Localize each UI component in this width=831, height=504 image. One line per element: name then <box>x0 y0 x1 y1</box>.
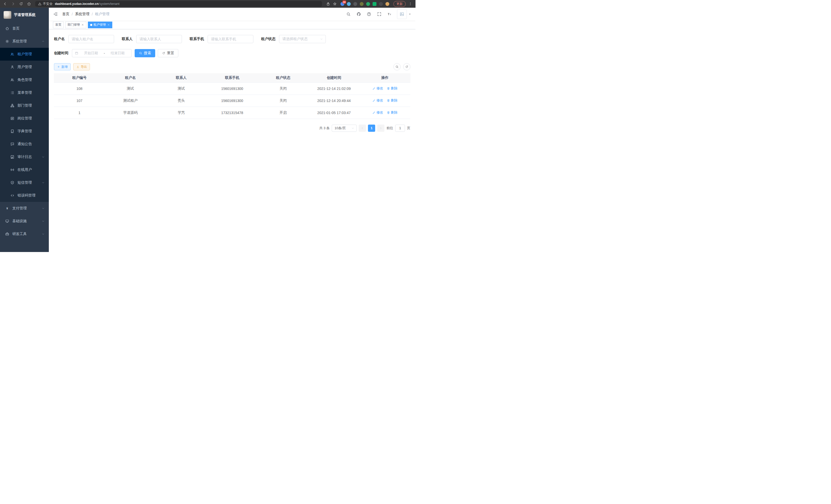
sidebar-item-user[interactable]: 用户管理 <box>0 61 49 73</box>
forward-icon[interactable] <box>11 2 15 6</box>
sidebar-item-dict[interactable]: 字典管理 <box>0 125 49 138</box>
toggle-search-button[interactable] <box>393 63 401 70</box>
delete-button[interactable]: 删除 <box>387 110 398 115</box>
tag-view-2[interactable]: 租户管理 <box>88 22 112 28</box>
page-button[interactable]: 1 <box>368 125 375 132</box>
close-icon[interactable] <box>81 23 84 26</box>
cell-actions: 修改删除 <box>360 83 410 94</box>
add-button[interactable]: 新增 <box>54 63 71 70</box>
prev-page-button[interactable] <box>359 125 366 132</box>
app-logo[interactable]: 芋道管理系统 <box>0 8 49 22</box>
extension-icon[interactable] <box>347 2 351 6</box>
sidebar-item-pay[interactable]: ¥支付管理 <box>0 202 49 215</box>
sidebar-item-dept[interactable]: 部门管理 <box>0 99 49 112</box>
edit-button[interactable]: 修改 <box>372 110 383 115</box>
browser-toolbar: 不安全 dashboard.yudao.iocoder.cn/system/te… <box>0 0 416 8</box>
extension-icon[interactable] <box>379 2 383 6</box>
extension-icon[interactable] <box>353 2 357 6</box>
edit-button[interactable]: 修改 <box>372 86 383 91</box>
cell-contact: 芋艿 <box>156 107 207 119</box>
refresh-icon <box>162 51 166 55</box>
contact-input-field[interactable] <box>137 35 182 43</box>
search-button[interactable]: 搜索 <box>135 49 155 57</box>
home-icon[interactable] <box>27 2 31 6</box>
mobile-input[interactable] <box>208 35 253 43</box>
tag-view-1[interactable]: 部门管理 <box>65 22 86 28</box>
create-time-range-picker[interactable]: 开始日期 - 结束日期 <box>72 49 132 57</box>
mobile-label: 联系手机 <box>190 37 204 41</box>
sidebar-item-notice[interactable]: 通知公告 <box>0 138 49 151</box>
close-icon[interactable] <box>107 23 110 26</box>
github-icon[interactable] <box>356 12 361 17</box>
sidebar-item-menu[interactable]: 菜单管理 <box>0 86 49 99</box>
fullscreen-icon[interactable] <box>377 12 381 17</box>
filter-create-time: 创建时间 开始日期 - 结束日期 <box>54 49 135 57</box>
sidebar-item-home[interactable]: 首页 <box>0 22 49 35</box>
sidebar-item-label: 基础设施 <box>12 219 27 224</box>
sidebar-item-label: 首页 <box>12 26 20 31</box>
export-button-label: 导出 <box>81 65 87 69</box>
breadcrumb-item[interactable]: 首页 <box>62 12 69 17</box>
extension-icon[interactable] <box>373 2 376 6</box>
update-button[interactable]: 更新 <box>393 1 406 7</box>
page-unit: 页 <box>407 126 410 130</box>
sidebar-item-sms[interactable]: 短信管理 <box>0 176 49 189</box>
delete-button[interactable]: 删除 <box>387 86 398 91</box>
extension-icon[interactable]: 10 <box>341 2 344 6</box>
tenant-status-select[interactable]: 请选择租户状态 <box>279 35 326 43</box>
contact-input[interactable] <box>136 35 182 43</box>
breadcrumb-item[interactable]: 系统管理 <box>75 12 89 17</box>
cell-mobile: 15601691300 <box>207 83 257 94</box>
extension-icon[interactable] <box>366 2 370 6</box>
status-placeholder: 请选择租户状态 <box>282 37 308 41</box>
reload-icon[interactable] <box>19 2 23 6</box>
home-icon <box>5 26 9 31</box>
export-button[interactable]: 导出 <box>73 63 90 70</box>
sidebar-item-role[interactable]: 角色管理 <box>0 73 49 86</box>
kebab-menu-icon[interactable] <box>408 2 412 6</box>
extension-icon[interactable] <box>385 2 389 6</box>
mobile-input-field[interactable] <box>208 35 253 43</box>
sidebar-item-audit-log[interactable]: 审计日志 <box>0 151 49 164</box>
sidebar-item-online-user[interactable]: 在线用户 <box>0 164 49 176</box>
tenant-table: 租户编号租户名联系人联系手机租户状态创建时间操作 108测试测试15601691… <box>54 73 410 119</box>
security-chip[interactable]: 不安全 <box>38 2 53 6</box>
sidebar-item-dev-tool[interactable]: 研发工具 <box>0 228 49 240</box>
search-icon[interactable] <box>346 12 351 17</box>
sidebar-item-error-code[interactable]: 错误码管理 <box>0 189 49 202</box>
hamburger-icon[interactable] <box>53 11 58 17</box>
reset-button[interactable]: 重置 <box>158 49 178 57</box>
refresh-table-button[interactable] <box>403 63 410 70</box>
edit-button[interactable]: 修改 <box>372 98 383 103</box>
question-icon[interactable] <box>367 12 371 17</box>
cell-id: 1 <box>54 107 105 119</box>
caret-down-icon <box>408 12 411 16</box>
sidebar-item-label: 岗位管理 <box>18 116 32 121</box>
bookmark-star-icon[interactable] <box>333 2 337 6</box>
sidebar-item-infra[interactable]: 基础设施 <box>0 215 49 228</box>
chevron-down-icon <box>41 233 45 236</box>
cell-created_at: 2021-12-14 20:49:44 <box>309 94 360 107</box>
sidebar-item-post[interactable]: 岗位管理 <box>0 112 49 125</box>
user-avatar[interactable] <box>397 9 411 19</box>
page-size-select[interactable]: 10条/页 <box>332 125 357 132</box>
tag-view-0[interactable]: 首页 <box>53 22 64 28</box>
font-size-icon[interactable]: TT <box>387 12 392 17</box>
goto-page-input[interactable] <box>395 125 405 132</box>
delete-button[interactable]: 删除 <box>387 98 398 103</box>
navbar-right: TT <box>346 9 411 19</box>
sidebar-item-label: 角色管理 <box>18 78 32 82</box>
sidebar-item-system[interactable]: 系统管理 <box>0 35 49 48</box>
users-icon <box>10 78 15 82</box>
next-page-button[interactable] <box>377 125 384 132</box>
search-icon <box>139 51 142 55</box>
extension-icon[interactable] <box>360 2 364 6</box>
sidebar-item-tenant[interactable]: 租户管理 <box>0 48 49 61</box>
tenant-name-input[interactable] <box>68 35 114 43</box>
tenant-name-input-field[interactable] <box>68 35 114 43</box>
share-icon[interactable] <box>326 2 330 6</box>
reset-button-label: 重置 <box>167 51 174 56</box>
back-icon[interactable] <box>3 2 7 6</box>
address-bar[interactable]: 不安全 dashboard.yudao.iocoder.cn/system/te… <box>35 1 322 7</box>
goto-label: 前往 <box>386 126 393 130</box>
